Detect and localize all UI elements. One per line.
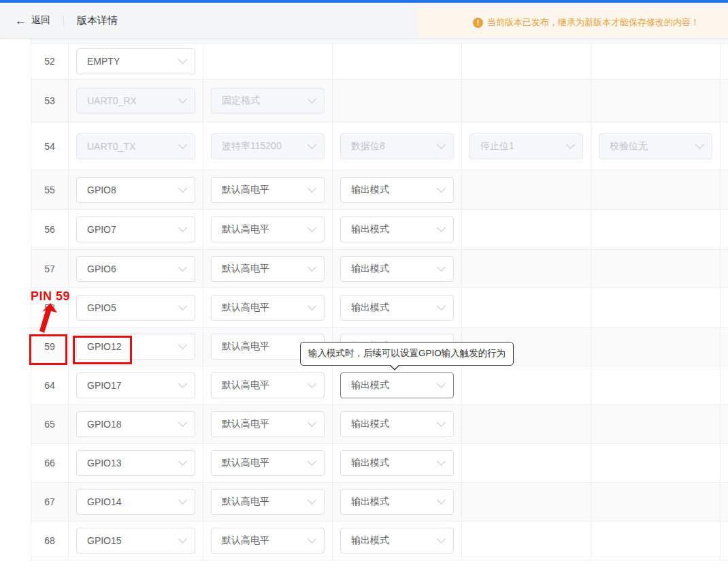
back-button-label: 返回 (31, 14, 50, 27)
select-value: 输出模式 (351, 457, 389, 469)
config-select-1[interactable]: 默认高电平 (211, 372, 325, 398)
pin-number-cell: 52 (31, 44, 69, 79)
config-select-1[interactable]: 默认高电平 (211, 450, 325, 476)
table-row: 55GPIO8默认高电平输出模式 (31, 170, 728, 210)
chevron-down-icon (178, 263, 187, 272)
chevron-down-icon (437, 496, 446, 505)
chevron-down-icon (437, 379, 446, 388)
select-value: 校验位无 (610, 140, 648, 153)
config-select-2: 数据位8 (340, 133, 454, 159)
chevron-down-icon (308, 263, 316, 272)
pin-function-select[interactable]: GPIO6 (76, 256, 195, 282)
select-value: 默认高电平 (222, 379, 269, 392)
select-value: UART0_TX (87, 141, 135, 152)
config-select-1[interactable]: 默认高电平 (211, 256, 325, 282)
version-published-alert: ! 当前版本已发布，继承为新版本才能保存修改的内容！ (417, 8, 728, 37)
config-select-2[interactable]: 输出模式 (340, 372, 454, 398)
pin-number-cell: 54 (31, 123, 69, 170)
config-select-1[interactable]: 默认高电平 (211, 528, 325, 554)
select-value: GPIO8 (87, 185, 116, 195)
table-row: 56GPIO7默认高电平输出模式 (31, 210, 728, 250)
select-value: 输出模式 (351, 223, 389, 236)
config-select-2[interactable]: 输出模式 (340, 528, 454, 554)
config-select-2[interactable]: 输出模式 (340, 177, 454, 203)
table-row: 53UART0_RX固定格式 (31, 80, 728, 123)
pin-function-select[interactable]: GPIO8 (76, 177, 195, 203)
table-row: 52EMPTY (31, 44, 728, 80)
chevron-down-icon (437, 263, 446, 272)
select-value: GPIO7 (87, 224, 116, 235)
select-value: 输出模式 (351, 184, 389, 196)
back-button[interactable]: ← 返回 (15, 14, 50, 27)
select-value: 输出模式 (351, 496, 389, 508)
clipped-column-cell (721, 210, 728, 249)
table-row: 68GPIO15默认高电平输出模式 (31, 522, 728, 560)
pin-function-select[interactable]: GPIO18 (76, 411, 195, 437)
pin-function-select[interactable]: GPIO7 (76, 217, 195, 242)
header-divider (63, 16, 64, 26)
pin-function-select[interactable]: GPIO13 (76, 450, 195, 476)
pin-function-select: UART0_RX (76, 88, 195, 114)
select-value: GPIO14 (87, 496, 122, 507)
config-select-2[interactable]: 输出模式 (340, 295, 454, 321)
table-row: 58GPIO5默认高电平输出模式 (31, 288, 728, 328)
chevron-down-icon (437, 140, 446, 149)
select-value: GPIO13 (87, 458, 122, 468)
chevron-down-icon (178, 496, 187, 505)
select-value: UART0_RX (87, 95, 137, 106)
pin-function-select[interactable]: GPIO5 (76, 295, 195, 321)
select-value: 默认高电平 (222, 535, 269, 547)
pin-config-table: 52EMPTY53UART0_RX固定格式54UART0_TX波特率115200… (31, 39, 728, 560)
chevron-down-icon (308, 223, 316, 232)
alert-message: 当前版本已发布，继承为新版本才能保存修改的内容！ (487, 16, 699, 29)
chevron-down-icon (308, 184, 316, 193)
clipped-column-cell (721, 80, 728, 122)
pin-number-cell: 68 (31, 522, 69, 560)
clipped-column-cell (721, 366, 728, 404)
clipped-column-cell (721, 405, 728, 443)
select-value: 默认高电平 (222, 223, 269, 236)
table-row: 67GPIO14默认高电平输出模式 (31, 483, 728, 522)
red-arrow-annotation-icon (37, 303, 58, 333)
clipped-column-cell (721, 250, 728, 287)
config-select-1[interactable]: 默认高电平 (211, 177, 325, 203)
config-select-1[interactable]: 默认高电平 (211, 217, 325, 242)
chevron-down-icon (308, 418, 316, 427)
config-select-1[interactable]: 默认高电平 (211, 295, 325, 321)
table-row: 64GPIO17默认高电平输出模式 (31, 366, 728, 405)
pin-function-select[interactable]: GPIO14 (76, 489, 195, 515)
select-value: EMPTY (87, 56, 120, 67)
pin-table-body: 52EMPTY53UART0_RX固定格式54UART0_TX波特率115200… (31, 44, 728, 560)
pin-number-cell: 55 (31, 170, 69, 209)
pin59-annotation-label: PIN 59 (31, 289, 70, 304)
config-select-2[interactable]: 输出模式 (340, 411, 454, 437)
pin-function-select[interactable]: GPIO15 (76, 528, 195, 554)
chevron-down-icon (437, 418, 446, 427)
config-select-2[interactable]: 输出模式 (340, 489, 454, 515)
select-value: 输出模式 (351, 535, 389, 547)
chevron-down-icon (437, 457, 446, 466)
pin-number-cell: 53 (31, 80, 69, 122)
select-value: 输出模式 (351, 379, 389, 392)
chevron-down-icon (308, 95, 316, 103)
select-value: GPIO17 (87, 380, 122, 391)
table-row: 54UART0_TX波特率115200数据位8停止位1校验位无 (31, 123, 728, 170)
config-select-1[interactable]: 默认高电平 (211, 411, 325, 437)
config-select-2[interactable]: 输出模式 (340, 217, 454, 242)
chevron-down-icon (437, 223, 446, 232)
select-value: GPIO18 (87, 419, 122, 430)
select-value: GPIO15 (87, 535, 122, 546)
chevron-down-icon (308, 535, 316, 543)
clipped-column-cell (721, 522, 728, 560)
config-select-3: 停止位1 (469, 133, 583, 159)
clipped-column-cell (721, 483, 728, 521)
clipped-column-cell (721, 170, 728, 209)
config-select-2[interactable]: 输出模式 (340, 450, 454, 476)
pin-function-select[interactable]: GPIO17 (76, 372, 195, 398)
chevron-down-icon (308, 302, 316, 310)
config-select-2[interactable]: 输出模式 (340, 256, 454, 282)
pin-function-select[interactable]: EMPTY (76, 48, 195, 74)
select-value: GPIO6 (87, 264, 116, 274)
config-select-1[interactable]: 默认高电平 (211, 489, 325, 515)
select-value: 固定格式 (222, 95, 260, 107)
